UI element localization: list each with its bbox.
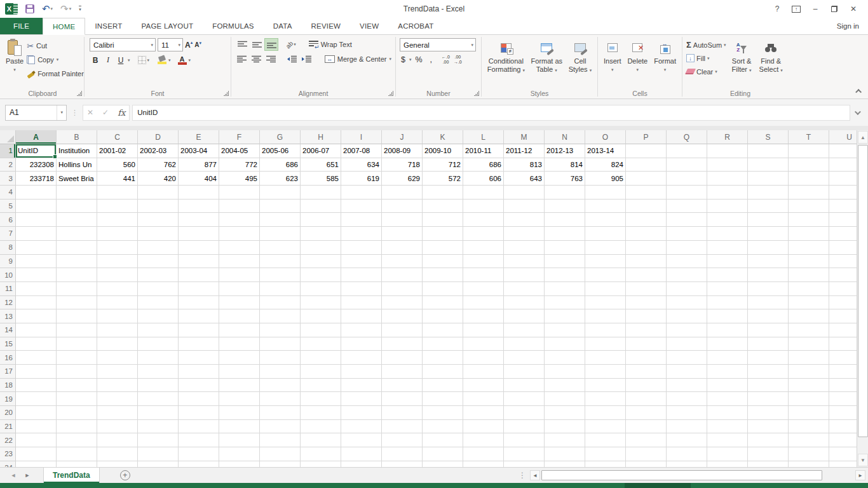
sort-filter-button[interactable]: AZ Sort & Filter ▾	[730, 38, 754, 88]
cell-E5[interactable]	[179, 200, 219, 214]
cell-I16[interactable]	[341, 351, 382, 365]
cell-K21[interactable]	[423, 420, 463, 434]
cell-U11[interactable]	[829, 282, 857, 296]
cell-Q10[interactable]	[667, 268, 707, 282]
cell-C1[interactable]: 2001-02	[97, 144, 138, 158]
cell-M6[interactable]	[504, 213, 545, 227]
clear-dropdown-icon[interactable]: ▾	[715, 69, 717, 74]
cell-I20[interactable]	[341, 406, 382, 420]
cell-A18[interactable]	[16, 379, 57, 393]
cell-U3[interactable]	[829, 172, 857, 186]
next-sheet-icon[interactable]: ►	[20, 472, 34, 478]
cell-B22[interactable]	[57, 433, 97, 447]
vertical-scroll-thumb[interactable]	[858, 145, 868, 437]
column-header-P[interactable]: P	[626, 130, 667, 144]
cell-Q21[interactable]	[667, 420, 707, 434]
cell-U2[interactable]	[829, 158, 857, 172]
cell-B10[interactable]	[57, 268, 97, 282]
row-header-20[interactable]: 20	[0, 406, 16, 420]
cell-K5[interactable]	[423, 200, 463, 214]
cell-F8[interactable]	[219, 241, 260, 255]
cell-E7[interactable]	[179, 227, 219, 241]
cell-N24[interactable]	[545, 461, 585, 467]
cell-R24[interactable]	[707, 461, 748, 467]
cell-M3[interactable]: 643	[504, 172, 545, 186]
cell-O14[interactable]	[585, 323, 626, 337]
column-header-M[interactable]: M	[504, 130, 545, 144]
cell-U21[interactable]	[829, 420, 857, 434]
cell-A20[interactable]	[16, 406, 57, 420]
insert-cells-button[interactable]: Insert ▾	[602, 38, 623, 88]
cell-N16[interactable]	[545, 351, 585, 365]
cell-R22[interactable]	[707, 433, 748, 447]
cell-O8[interactable]	[585, 241, 626, 255]
cell-J1[interactable]: 2008-09	[382, 144, 423, 158]
cell-E24[interactable]	[179, 461, 219, 467]
cell-Q8[interactable]	[667, 241, 707, 255]
percent-style-button[interactable]: %	[411, 55, 426, 64]
cell-A23[interactable]	[16, 447, 57, 461]
cell-U18[interactable]	[829, 379, 857, 393]
cell-G5[interactable]	[260, 200, 301, 214]
cell-I7[interactable]	[341, 227, 382, 241]
cell-I4[interactable]	[341, 186, 382, 200]
cell-M13[interactable]	[504, 309, 545, 323]
cell-U1[interactable]	[829, 144, 857, 158]
cell-D24[interactable]	[138, 461, 179, 467]
cell-Q9[interactable]	[667, 255, 707, 269]
cell-A21[interactable]	[16, 420, 57, 434]
cell-C14[interactable]	[97, 323, 138, 337]
cell-C3[interactable]: 441	[97, 172, 138, 186]
cell-D15[interactable]	[138, 337, 179, 351]
ribbon-tab-file[interactable]: FILE	[0, 18, 43, 34]
cell-A10[interactable]	[16, 268, 57, 282]
cell-H13[interactable]	[301, 309, 341, 323]
cell-G22[interactable]	[260, 433, 301, 447]
cell-C8[interactable]	[97, 241, 138, 255]
ribbon-tab-view[interactable]: VIEW	[350, 18, 388, 34]
cell-C5[interactable]	[97, 200, 138, 214]
cell-O23[interactable]	[585, 447, 626, 461]
scroll-right-icon[interactable]: ►	[855, 470, 865, 480]
column-header-H[interactable]: H	[301, 130, 341, 144]
cell-N17[interactable]	[545, 365, 585, 379]
row-header-19[interactable]: 19	[0, 392, 16, 406]
cell-L6[interactable]	[463, 213, 504, 227]
cell-O6[interactable]	[585, 213, 626, 227]
cell-U10[interactable]	[829, 268, 857, 282]
cell-F9[interactable]	[219, 255, 260, 269]
cell-K8[interactable]	[423, 241, 463, 255]
cell-L12[interactable]	[463, 296, 504, 310]
cell-R1[interactable]	[707, 144, 748, 158]
cell-H8[interactable]	[301, 241, 341, 255]
cell-E2[interactable]: 877	[179, 158, 219, 172]
cell-T7[interactable]	[789, 227, 829, 241]
cell-P14[interactable]	[626, 323, 667, 337]
cell-R6[interactable]	[707, 213, 748, 227]
cell-K3[interactable]: 572	[423, 172, 463, 186]
cell-E23[interactable]	[179, 447, 219, 461]
column-header-U[interactable]: U	[829, 130, 857, 144]
cell-S11[interactable]	[748, 282, 789, 296]
help-button[interactable]: ?	[768, 2, 787, 16]
cell-Q24[interactable]	[667, 461, 707, 467]
cell-R17[interactable]	[707, 365, 748, 379]
cell-I10[interactable]	[341, 268, 382, 282]
minimize-button[interactable]: –	[806, 2, 825, 16]
ribbon-tab-page-layout[interactable]: PAGE LAYOUT	[132, 18, 203, 34]
cell-F21[interactable]	[219, 420, 260, 434]
previous-sheet-icon[interactable]: ◄	[6, 472, 20, 478]
cell-U23[interactable]	[829, 447, 857, 461]
cell-E4[interactable]	[179, 186, 219, 200]
cell-S16[interactable]	[748, 351, 789, 365]
cell-U8[interactable]	[829, 241, 857, 255]
cell-F23[interactable]	[219, 447, 260, 461]
formula-bar-handle[interactable]: ⋮	[67, 109, 83, 117]
cell-T20[interactable]	[789, 406, 829, 420]
confirm-entry-icon[interactable]: ✓	[102, 108, 109, 117]
cell-I13[interactable]	[341, 309, 382, 323]
row-header-6[interactable]: 6	[0, 213, 16, 227]
merge-center-button[interactable]: ↔ Merge & Center ▾	[323, 53, 393, 65]
cell-F18[interactable]	[219, 379, 260, 393]
italic-button[interactable]: I	[102, 54, 114, 66]
